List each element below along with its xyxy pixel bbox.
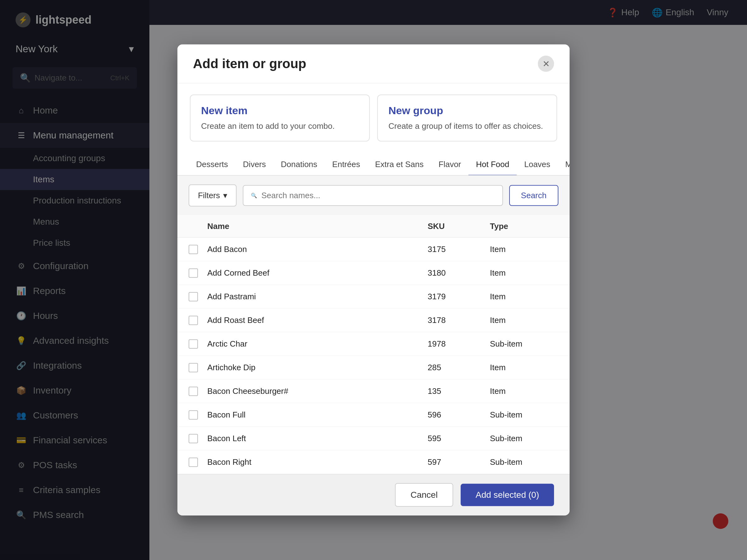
filters-button[interactable]: Filters ▾ bbox=[189, 185, 236, 207]
row-sku: 3178 bbox=[428, 316, 490, 325]
row-name: Bacon Right bbox=[207, 457, 428, 467]
tab-donations[interactable]: Donations bbox=[273, 153, 325, 176]
col-type: Type bbox=[490, 221, 558, 231]
cancel-label: Cancel bbox=[411, 490, 438, 500]
tab-flavor[interactable]: Flavor bbox=[431, 153, 468, 176]
add-selected-button[interactable]: Add selected (0) bbox=[461, 484, 554, 506]
col-name: Name bbox=[207, 221, 428, 231]
table-row: Arctic Char 1978 Sub-item bbox=[177, 332, 570, 356]
tab-extra-et-sans[interactable]: Extra et Sans bbox=[367, 153, 431, 176]
row-type: Item bbox=[490, 292, 558, 301]
table-row: Bacon Full 596 Sub-item bbox=[177, 403, 570, 427]
table-row: Add Bacon 3175 Item bbox=[177, 238, 570, 261]
col-sku: SKU bbox=[428, 221, 490, 231]
cancel-button[interactable]: Cancel bbox=[395, 483, 453, 507]
search-row: Filters ▾ 🔍 Search bbox=[177, 176, 570, 215]
modal-header: Add item or group ✕ bbox=[177, 45, 570, 83]
tabs-bar: Desserts Divers Donations Entrées Extra … bbox=[177, 153, 570, 176]
row-checkbox[interactable] bbox=[189, 410, 198, 420]
row-checkbox[interactable] bbox=[189, 458, 198, 467]
table-row: Add Roast Beef 3178 Item bbox=[177, 309, 570, 332]
row-sku: 1978 bbox=[428, 339, 490, 349]
tab-hot-food[interactable]: Hot Food bbox=[468, 153, 517, 176]
table-row: Bacon Left 595 Sub-item bbox=[177, 427, 570, 451]
row-type: Item bbox=[490, 244, 558, 254]
row-type: Item bbox=[490, 363, 558, 372]
row-sku: 3175 bbox=[428, 244, 490, 254]
row-type: Sub-item bbox=[490, 339, 558, 349]
row-sku: 135 bbox=[428, 386, 490, 396]
row-sku: 3180 bbox=[428, 268, 490, 278]
search-input[interactable] bbox=[261, 191, 495, 201]
row-name: Bacon Left bbox=[207, 434, 428, 443]
new-group-card[interactable]: New group Create a group of items to off… bbox=[377, 95, 557, 141]
row-type: Sub-item bbox=[490, 434, 558, 443]
row-checkbox[interactable] bbox=[189, 340, 198, 349]
modal-title: Add item or group bbox=[193, 56, 306, 71]
table-header: Name SKU Type bbox=[177, 215, 570, 238]
row-sku: 595 bbox=[428, 434, 490, 443]
new-item-desc: Create an item to add to your combo. bbox=[201, 121, 359, 132]
search-input-wrap: 🔍 bbox=[243, 185, 503, 206]
row-checkbox[interactable] bbox=[189, 245, 198, 254]
new-group-title: New group bbox=[388, 105, 546, 117]
new-group-desc: Create a group of items to offer as choi… bbox=[388, 121, 546, 132]
chevron-down-icon: ▾ bbox=[223, 191, 227, 201]
row-name: Add Bacon bbox=[207, 244, 428, 254]
row-checkbox[interactable] bbox=[189, 363, 198, 372]
row-checkbox[interactable] bbox=[189, 434, 198, 443]
tab-misc[interactable]: Misc bbox=[558, 153, 570, 176]
row-name: Add Roast Beef bbox=[207, 316, 428, 325]
table-row: Add Pastrami 3179 Item bbox=[177, 285, 570, 309]
row-type: Sub-item bbox=[490, 457, 558, 467]
row-name: Bacon Cheeseburger# bbox=[207, 386, 428, 396]
new-item-card[interactable]: New item Create an item to add to your c… bbox=[190, 95, 370, 141]
table-row: Artichoke Dip 285 Item bbox=[177, 356, 570, 379]
add-selected-label: Add selected (0) bbox=[475, 490, 539, 500]
modal-close-button[interactable]: ✕ bbox=[538, 56, 554, 72]
row-name: Add Corned Beef bbox=[207, 268, 428, 278]
row-checkbox[interactable] bbox=[189, 316, 198, 325]
modal-footer: Cancel Add selected (0) bbox=[177, 474, 570, 515]
search-button[interactable]: Search bbox=[509, 185, 558, 206]
row-type: Item bbox=[490, 268, 558, 278]
row-sku: 285 bbox=[428, 363, 490, 372]
search-button-label: Search bbox=[521, 191, 546, 200]
row-sku: 3179 bbox=[428, 292, 490, 301]
row-type: Item bbox=[490, 386, 558, 396]
row-checkbox[interactable] bbox=[189, 292, 198, 301]
table-row: Bacon Cheeseburger# 135 Item bbox=[177, 379, 570, 403]
search-icon: 🔍 bbox=[251, 193, 257, 198]
row-sku: 597 bbox=[428, 457, 490, 467]
row-checkbox[interactable] bbox=[189, 387, 198, 396]
table-row: Bacon Right 597 Sub-item bbox=[177, 451, 570, 474]
table-row: Add Corned Beef 3180 Item bbox=[177, 261, 570, 285]
tab-desserts[interactable]: Desserts bbox=[189, 153, 236, 176]
row-name: Artichoke Dip bbox=[207, 363, 428, 372]
row-name: Add Pastrami bbox=[207, 292, 428, 301]
items-table: Name SKU Type Add Bacon 3175 Item Add Co… bbox=[177, 215, 570, 474]
row-type: Item bbox=[490, 316, 558, 325]
row-name: Arctic Char bbox=[207, 339, 428, 349]
tab-entrees[interactable]: Entrées bbox=[325, 153, 367, 176]
cards-row: New item Create an item to add to your c… bbox=[177, 83, 570, 153]
close-icon: ✕ bbox=[542, 58, 550, 69]
row-checkbox[interactable] bbox=[189, 268, 198, 278]
col-checkbox bbox=[189, 221, 207, 231]
row-name: Bacon Full bbox=[207, 410, 428, 420]
add-item-modal: Add item or group ✕ New item Create an i… bbox=[177, 45, 570, 515]
tab-loaves[interactable]: Loaves bbox=[517, 153, 558, 176]
tab-divers[interactable]: Divers bbox=[236, 153, 274, 176]
row-type: Sub-item bbox=[490, 410, 558, 420]
row-sku: 596 bbox=[428, 410, 490, 420]
filter-label: Filters bbox=[198, 191, 220, 201]
new-item-title: New item bbox=[201, 105, 359, 117]
